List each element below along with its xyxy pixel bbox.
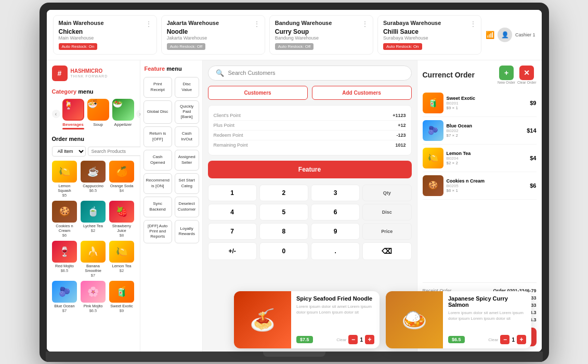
num-btn-5[interactable]: 5 (259, 204, 308, 220)
feature-btn-print-receipt[interactable]: Print Receipt (143, 77, 172, 98)
cat-item-appetizer[interactable]: 🥗 Appetizer (112, 99, 134, 129)
num-btn-2[interactable]: 2 (259, 185, 308, 201)
num-btn-4[interactable]: 4 (208, 204, 257, 220)
product-item-8[interactable]: 🍋 Lemon Tea $2 (109, 241, 135, 278)
warehouse-more-icon[interactable]: ⋮ (145, 20, 152, 28)
product-name-10: Pink Mojito (84, 304, 103, 308)
num-btn-7[interactable]: 7 (208, 223, 257, 240)
redeem-points-row: Redeem Point -123 (214, 131, 406, 140)
product-item-9[interactable]: 🫐 Blue Ocean $7 (52, 281, 77, 313)
num-btn-9[interactable]: 9 (311, 223, 360, 240)
order-item-img-1: 🫐 (423, 120, 443, 141)
qty-plus-0[interactable]: + (365, 335, 374, 344)
order-actions: + New Order ✕ Clear Order (498, 66, 536, 84)
search-customers-bar: 🔍 (208, 66, 412, 81)
order-item-info-3: Cookies n Cream B0205 $6 × 1 (447, 178, 527, 193)
food-card-title-0: Spicy Seafood Fried Noodle (296, 295, 374, 302)
brand-icon: # (52, 66, 68, 81)
new-order-button[interactable]: + (499, 66, 514, 80)
feature-btn-recommend[interactable]: Recommend is [ON] (143, 173, 172, 194)
qty-minus-1[interactable]: − (500, 335, 509, 344)
feature-btn-return[interactable]: Return is [OFF] (143, 126, 172, 147)
warehouse-sub-surabaya: Surabaya Warehouse (383, 35, 476, 41)
feature-btn-deselect-customer[interactable]: Deselect Customer (175, 197, 199, 217)
num-btn-disc[interactable]: Disc (362, 204, 411, 220)
feature-btn-loyalty[interactable]: Loyalty Rewards (175, 220, 199, 243)
order-item-name-1: Blue Ocean (447, 123, 524, 128)
feature-grid: Print Receipt Disc Value Global Disc Qui… (143, 77, 199, 243)
warehouse-badge-surabaya: Auto Restock: On (383, 43, 422, 50)
product-item-5[interactable]: 🍓 Strawberry Juice $8 (109, 201, 135, 238)
remaining-points-label: Remaining Point (214, 142, 248, 148)
warehouse-more-icon-4[interactable]: ⋮ (469, 20, 477, 28)
food-clear-1[interactable]: Clear (488, 337, 498, 342)
qty-minus-0[interactable]: − (348, 335, 358, 344)
feature-btn-set-start-categ[interactable]: Set Start Categ (175, 173, 199, 194)
product-item-2[interactable]: 🍊 Orange Soda $4 (109, 161, 135, 198)
qty-plus-1[interactable]: + (517, 335, 526, 344)
food-clear-0[interactable]: Clear (336, 337, 346, 342)
brand-logo: # HASHMICRO THINK FORWARD (52, 66, 135, 81)
order-item-info-2: Lemon Tea B0204 $2 × 2 (447, 151, 527, 165)
search-customers-input[interactable] (228, 70, 404, 76)
num-btn-plusminus[interactable]: +/- (208, 242, 257, 260)
all-item-select[interactable]: All Item (52, 146, 86, 157)
customers-button[interactable]: Customers (208, 86, 308, 100)
product-item-7[interactable]: 🍌 Banana Smoothie $7 (81, 241, 106, 278)
product-name-5: Strawberry Juice (109, 224, 135, 233)
product-item-3[interactable]: 🍪 Cookies n Cream $6 (52, 201, 77, 238)
num-btn-backspace[interactable]: ⌫ (362, 242, 411, 260)
feature-btn-disc-value[interactable]: Disc Value (175, 77, 199, 98)
cat-label-soup: Soup (93, 122, 103, 127)
cat-item-soup[interactable]: 🍜 Soup (87, 99, 109, 129)
clear-order-button[interactable]: ✕ (519, 66, 534, 80)
product-thumb-6: 🍷 (52, 241, 77, 263)
remaining-points-val: 1012 (395, 142, 406, 148)
feature-btn-quickly-paid[interactable]: Quickly Paid [Bank] (175, 100, 199, 124)
product-item-0[interactable]: 🍋 Lemon Squash $5 (52, 161, 77, 198)
feature-btn-sync-backend[interactable]: Sync Backend (143, 197, 172, 217)
num-btn-3[interactable]: 3 (311, 185, 360, 201)
feature-btn-cash-opened[interactable]: Cash Opened (143, 150, 172, 171)
order-item-code-3: B0205 (447, 184, 527, 188)
num-btn-dot[interactable]: . (311, 242, 360, 260)
feature-button[interactable]: Feature (208, 161, 412, 178)
warehouse-name-main: Main Warehouse (59, 20, 151, 26)
cat-item-beverages[interactable]: 🍹 Beverages (62, 99, 84, 129)
feature-btn-assigned-seller[interactable]: Assigned Seller (175, 150, 199, 171)
food-card-1: 🍛 Japanese Spicy Curry Salmon Lorem ipsu… (386, 291, 531, 348)
warehouse-name-jakarta: Jakarta Warehouse (167, 20, 259, 26)
cat-img-beverages: 🍹 (62, 99, 84, 121)
brand-name: HASHMICRO (71, 68, 108, 74)
num-btn-price[interactable]: Price (362, 223, 411, 240)
product-item-1[interactable]: ☕ Cappuccino $6.5 (81, 161, 106, 198)
cat-prev-arrow[interactable]: ‹ (52, 110, 60, 118)
food-card-body-1: Japanese Spicy Curry Salmon Lorem ipsum … (443, 291, 531, 348)
feature-btn-cash-inout[interactable]: Cash In/Out (175, 126, 199, 147)
product-item-11[interactable]: 🧃 Sweet Exotic $9 (109, 281, 135, 313)
warehouse-sub-bandung: Bandung Warehouse (275, 35, 368, 41)
num-btn-qty[interactable]: Qty (362, 185, 411, 201)
feature-btn-auto-print[interactable]: [DFF] Auto Print and Reports (143, 220, 172, 243)
product-item-4[interactable]: 🍵 Lychee Tea $2 (81, 201, 106, 238)
warehouse-sub-jakarta: Jakarta Warehouse (167, 35, 259, 41)
add-customers-button[interactable]: Add Customers (312, 86, 412, 100)
order-item-total-2: $4 (530, 155, 536, 161)
product-item-10[interactable]: 🌸 Pink Mojito $6.5 (81, 281, 106, 313)
num-btn-6[interactable]: 6 (311, 204, 360, 220)
product-item-6[interactable]: 🍷 Red Mojito $6.5 (52, 241, 77, 278)
num-btn-1[interactable]: 1 (208, 185, 257, 201)
order-item-total-1: $14 (527, 127, 536, 134)
warehouse-more-icon-3[interactable]: ⋮ (361, 20, 369, 28)
order-item-code-2: B0204 (447, 156, 527, 161)
cat-img-appetizer: 🥗 (112, 99, 134, 121)
qty-num-1: 1 (512, 337, 515, 343)
order-item-name-3: Cookies n Cream (447, 178, 527, 184)
product-thumb-0: 🍋 (52, 161, 77, 183)
food-card-title-1: Japanese Spicy Curry Salmon (448, 295, 526, 308)
order-item-price-row-2: $2 × 2 (447, 161, 527, 165)
warehouse-more-icon-2[interactable]: ⋮ (253, 20, 260, 28)
feature-btn-global-disc[interactable]: Global Disc (143, 100, 172, 124)
num-btn-8[interactable]: 8 (259, 223, 308, 240)
num-btn-0[interactable]: 0 (259, 242, 308, 260)
